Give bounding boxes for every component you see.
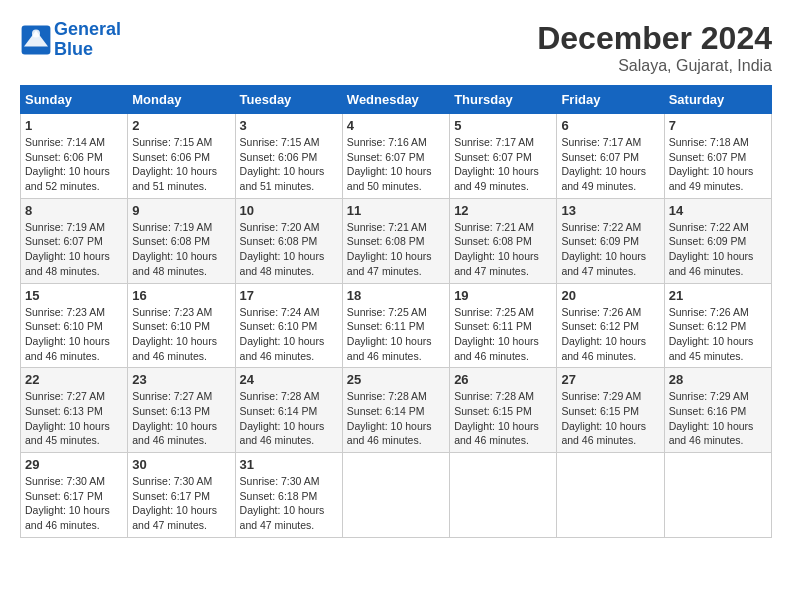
page-header: General Blue December 2024 Salaya, Gujar… [20,20,772,75]
calendar-cell: 13Sunrise: 7:22 AM Sunset: 6:09 PM Dayli… [557,198,664,283]
day-info: Sunrise: 7:27 AM Sunset: 6:13 PM Dayligh… [132,389,230,448]
calendar-cell: 24Sunrise: 7:28 AM Sunset: 6:14 PM Dayli… [235,368,342,453]
calendar-cell: 8Sunrise: 7:19 AM Sunset: 6:07 PM Daylig… [21,198,128,283]
day-info: Sunrise: 7:21 AM Sunset: 6:08 PM Dayligh… [347,220,445,279]
day-info: Sunrise: 7:25 AM Sunset: 6:11 PM Dayligh… [347,305,445,364]
day-info: Sunrise: 7:15 AM Sunset: 6:06 PM Dayligh… [132,135,230,194]
calendar-cell: 29Sunrise: 7:30 AM Sunset: 6:17 PM Dayli… [21,453,128,538]
weekday-header-thursday: Thursday [450,86,557,114]
day-info: Sunrise: 7:14 AM Sunset: 6:06 PM Dayligh… [25,135,123,194]
day-number: 12 [454,203,552,218]
day-info: Sunrise: 7:30 AM Sunset: 6:17 PM Dayligh… [132,474,230,533]
day-info: Sunrise: 7:26 AM Sunset: 6:12 PM Dayligh… [561,305,659,364]
day-number: 30 [132,457,230,472]
day-info: Sunrise: 7:17 AM Sunset: 6:07 PM Dayligh… [454,135,552,194]
day-info: Sunrise: 7:30 AM Sunset: 6:18 PM Dayligh… [240,474,338,533]
weekday-header-sunday: Sunday [21,86,128,114]
logo-text: General Blue [54,20,121,60]
day-info: Sunrise: 7:29 AM Sunset: 6:15 PM Dayligh… [561,389,659,448]
calendar-cell: 11Sunrise: 7:21 AM Sunset: 6:08 PM Dayli… [342,198,449,283]
day-number: 2 [132,118,230,133]
day-number: 21 [669,288,767,303]
day-number: 3 [240,118,338,133]
calendar-cell [342,453,449,538]
calendar-cell: 26Sunrise: 7:28 AM Sunset: 6:15 PM Dayli… [450,368,557,453]
day-number: 11 [347,203,445,218]
day-number: 1 [25,118,123,133]
day-info: Sunrise: 7:16 AM Sunset: 6:07 PM Dayligh… [347,135,445,194]
day-info: Sunrise: 7:23 AM Sunset: 6:10 PM Dayligh… [132,305,230,364]
day-number: 13 [561,203,659,218]
calendar-cell: 4Sunrise: 7:16 AM Sunset: 6:07 PM Daylig… [342,114,449,199]
weekday-header-friday: Friday [557,86,664,114]
day-number: 16 [132,288,230,303]
day-number: 27 [561,372,659,387]
weekday-header-saturday: Saturday [664,86,771,114]
calendar-cell: 12Sunrise: 7:21 AM Sunset: 6:08 PM Dayli… [450,198,557,283]
day-info: Sunrise: 7:24 AM Sunset: 6:10 PM Dayligh… [240,305,338,364]
calendar-cell: 31Sunrise: 7:30 AM Sunset: 6:18 PM Dayli… [235,453,342,538]
day-info: Sunrise: 7:20 AM Sunset: 6:08 PM Dayligh… [240,220,338,279]
calendar-cell: 6Sunrise: 7:17 AM Sunset: 6:07 PM Daylig… [557,114,664,199]
day-info: Sunrise: 7:17 AM Sunset: 6:07 PM Dayligh… [561,135,659,194]
calendar-cell: 27Sunrise: 7:29 AM Sunset: 6:15 PM Dayli… [557,368,664,453]
calendar-cell: 28Sunrise: 7:29 AM Sunset: 6:16 PM Dayli… [664,368,771,453]
day-number: 29 [25,457,123,472]
calendar-cell: 14Sunrise: 7:22 AM Sunset: 6:09 PM Dayli… [664,198,771,283]
day-number: 4 [347,118,445,133]
calendar-cell: 9Sunrise: 7:19 AM Sunset: 6:08 PM Daylig… [128,198,235,283]
calendar-cell: 2Sunrise: 7:15 AM Sunset: 6:06 PM Daylig… [128,114,235,199]
day-number: 10 [240,203,338,218]
day-info: Sunrise: 7:18 AM Sunset: 6:07 PM Dayligh… [669,135,767,194]
day-number: 19 [454,288,552,303]
day-info: Sunrise: 7:28 AM Sunset: 6:14 PM Dayligh… [347,389,445,448]
calendar-cell: 10Sunrise: 7:20 AM Sunset: 6:08 PM Dayli… [235,198,342,283]
calendar-body: 1Sunrise: 7:14 AM Sunset: 6:06 PM Daylig… [21,114,772,538]
calendar-cell: 21Sunrise: 7:26 AM Sunset: 6:12 PM Dayli… [664,283,771,368]
calendar-cell [450,453,557,538]
day-number: 7 [669,118,767,133]
calendar-cell: 5Sunrise: 7:17 AM Sunset: 6:07 PM Daylig… [450,114,557,199]
calendar-cell: 16Sunrise: 7:23 AM Sunset: 6:10 PM Dayli… [128,283,235,368]
day-number: 26 [454,372,552,387]
day-number: 31 [240,457,338,472]
logo-line1: General [54,19,121,39]
calendar-cell [557,453,664,538]
calendar-cell: 15Sunrise: 7:23 AM Sunset: 6:10 PM Dayli… [21,283,128,368]
weekday-header-tuesday: Tuesday [235,86,342,114]
calendar-week-row: 8Sunrise: 7:19 AM Sunset: 6:07 PM Daylig… [21,198,772,283]
day-info: Sunrise: 7:22 AM Sunset: 6:09 PM Dayligh… [669,220,767,279]
calendar-cell [664,453,771,538]
day-number: 17 [240,288,338,303]
calendar-cell: 1Sunrise: 7:14 AM Sunset: 6:06 PM Daylig… [21,114,128,199]
calendar-header-row: SundayMondayTuesdayWednesdayThursdayFrid… [21,86,772,114]
day-number: 14 [669,203,767,218]
location: Salaya, Gujarat, India [537,57,772,75]
svg-point-2 [32,29,40,37]
day-info: Sunrise: 7:21 AM Sunset: 6:08 PM Dayligh… [454,220,552,279]
title-block: December 2024 Salaya, Gujarat, India [537,20,772,75]
logo-icon [20,24,52,56]
calendar-cell: 22Sunrise: 7:27 AM Sunset: 6:13 PM Dayli… [21,368,128,453]
day-number: 9 [132,203,230,218]
day-info: Sunrise: 7:19 AM Sunset: 6:07 PM Dayligh… [25,220,123,279]
calendar-cell: 23Sunrise: 7:27 AM Sunset: 6:13 PM Dayli… [128,368,235,453]
calendar-cell: 19Sunrise: 7:25 AM Sunset: 6:11 PM Dayli… [450,283,557,368]
calendar-cell: 20Sunrise: 7:26 AM Sunset: 6:12 PM Dayli… [557,283,664,368]
weekday-header-wednesday: Wednesday [342,86,449,114]
calendar-week-row: 22Sunrise: 7:27 AM Sunset: 6:13 PM Dayli… [21,368,772,453]
day-number: 18 [347,288,445,303]
day-info: Sunrise: 7:15 AM Sunset: 6:06 PM Dayligh… [240,135,338,194]
day-info: Sunrise: 7:23 AM Sunset: 6:10 PM Dayligh… [25,305,123,364]
day-number: 8 [25,203,123,218]
day-info: Sunrise: 7:19 AM Sunset: 6:08 PM Dayligh… [132,220,230,279]
day-info: Sunrise: 7:30 AM Sunset: 6:17 PM Dayligh… [25,474,123,533]
day-number: 25 [347,372,445,387]
day-number: 24 [240,372,338,387]
day-info: Sunrise: 7:28 AM Sunset: 6:14 PM Dayligh… [240,389,338,448]
calendar-cell: 7Sunrise: 7:18 AM Sunset: 6:07 PM Daylig… [664,114,771,199]
day-number: 5 [454,118,552,133]
calendar-table: SundayMondayTuesdayWednesdayThursdayFrid… [20,85,772,538]
calendar-week-row: 29Sunrise: 7:30 AM Sunset: 6:17 PM Dayli… [21,453,772,538]
day-number: 15 [25,288,123,303]
